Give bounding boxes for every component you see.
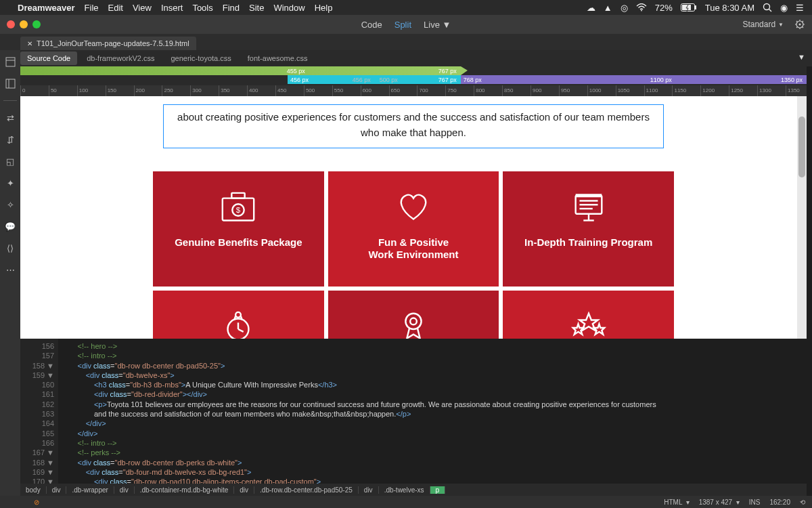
close-button[interactable] (7, 20, 15, 28)
breadcrumb-item[interactable]: .db-twelve-xs (379, 486, 430, 494)
cc-icon[interactable]: ◎ (621, 3, 628, 13)
line-number[interactable]: 157 (20, 351, 54, 360)
selected-paragraph[interactable]: about creating positive experiences for … (163, 104, 664, 148)
view-code[interactable]: Code (361, 20, 382, 30)
inspect-icon[interactable]: ◱ (4, 155, 16, 167)
tag-breadcrumb[interactable]: bodydiv.db-wrapperdiv.db-container-md.db… (20, 484, 807, 496)
perk-card[interactable] (503, 291, 674, 339)
breadcrumb-item[interactable]: div (47, 486, 67, 494)
breadcrumb-item[interactable]: div (114, 486, 135, 494)
comment-icon[interactable]: 💬 (4, 220, 16, 232)
breadcrumb-item[interactable]: .db-wrapper (66, 486, 114, 494)
line-number[interactable]: 161 (20, 389, 54, 399)
siri-icon[interactable]: ◉ (780, 3, 788, 13)
app-name[interactable]: Dreamweaver (18, 3, 75, 13)
breadcrumb-item[interactable]: .db-container-md.db-bg-white (135, 486, 235, 494)
code-line[interactable]: <div class="db-twelve-xs"> (61, 371, 807, 380)
menu-edit[interactable]: Edit (108, 3, 123, 13)
line-number[interactable]: 165 (20, 429, 54, 438)
document-tab[interactable]: ✕ T101_JoinOurTeam-page-updates-7.5.19.h… (20, 37, 196, 50)
breakpoint-cyan[interactable]: 456 px 767 px (288, 75, 461, 84)
code-line[interactable]: </div> (61, 429, 807, 438)
workspace-selector[interactable]: Standard ▼ (742, 20, 784, 29)
minimize-button[interactable] (20, 20, 28, 28)
source-tab[interactable]: font-awesome.css (241, 51, 315, 65)
status-sync-icon[interactable]: ⟲ (800, 499, 805, 506)
code-line[interactable]: <p>Toyota 101 believes our employees are… (61, 400, 807, 409)
menu-find[interactable]: Find (223, 3, 240, 13)
collapse-icon[interactable]: ⇄ (4, 112, 16, 124)
perk-card[interactable]: In-Depth Training Program (503, 171, 674, 287)
menu-tools[interactable]: Tools (192, 3, 212, 13)
error-icon[interactable]: ⊘ (34, 499, 39, 506)
filter-icon[interactable]: ▼ (798, 53, 805, 61)
code-line[interactable]: <div class="db-row db-center db-pad50-25… (61, 361, 807, 371)
perk-card[interactable]: Fun & PositiveWork Environment (328, 171, 499, 287)
code-line[interactable]: <div class="db-red-divider"></div> (61, 389, 807, 399)
view-split[interactable]: Split (394, 20, 411, 30)
breadcrumb-item[interactable]: div (359, 486, 379, 494)
menu-file[interactable]: File (85, 3, 99, 13)
breakpoint-purple[interactable]: 456 px 500 px 768 px 1100 px 1350 px (461, 75, 807, 84)
settings-icon[interactable] (794, 19, 805, 30)
app-status-icon[interactable]: ▲ (604, 3, 612, 13)
menu-site[interactable]: Site (249, 3, 264, 13)
line-number[interactable]: 166 (20, 438, 54, 448)
perk-card[interactable]: $ Genuine Benefits Package (153, 171, 324, 287)
source-tab[interactable]: db-frameworkV2.css (80, 51, 161, 65)
menu-window[interactable]: Window (273, 3, 304, 13)
code-view[interactable]: 156157158 ▼159 ▼160161162163164165166167… (20, 339, 807, 496)
line-number[interactable]: 168 ▼ (20, 458, 54, 467)
status-dims[interactable]: 1387 x 427 ▾ (699, 499, 740, 506)
code-line[interactable]: <div class="db-four-md db-twelve-xs db-b… (61, 467, 807, 477)
menu-insert[interactable]: Insert (161, 3, 183, 13)
code-line[interactable]: <!-- perks --> (61, 448, 807, 457)
line-number[interactable]: 158 ▼ (20, 361, 54, 371)
code-line[interactable]: <h3 class="db-h3 db-mbs">A Unique Cultur… (61, 380, 807, 389)
code-line[interactable]: <!-- intro --> (61, 438, 807, 448)
source-tab[interactable]: generic-toyota.css (164, 51, 238, 65)
breadcrumb-item[interactable]: p (430, 486, 446, 494)
expand-icon[interactable]: ⇵ (4, 133, 16, 146)
cloud-icon[interactable]: ☁ (587, 3, 595, 13)
file-panel-icon[interactable] (4, 56, 16, 68)
breadcrumb-item[interactable]: body (20, 486, 47, 494)
perk-card[interactable] (328, 291, 499, 339)
code-gutter[interactable]: 156157158 ▼159 ▼160161162163164165166167… (20, 339, 58, 496)
wifi-icon[interactable] (636, 3, 647, 12)
menu-help[interactable]: Help (315, 3, 333, 13)
media-query-bar[interactable]: 455 px 767 px 456 px 767 px 456 px 500 p… (20, 66, 807, 85)
source-tab[interactable]: Source Code (20, 51, 77, 65)
line-number[interactable]: 164 (20, 419, 54, 428)
status-ins[interactable]: INS (749, 499, 761, 506)
line-number[interactable]: 167 ▼ (20, 448, 54, 457)
code-line[interactable]: <!-- intro --> (61, 351, 807, 360)
code-lines[interactable]: <!-- hero --> <!-- intro --> <div class=… (61, 341, 807, 496)
maximize-button[interactable] (32, 20, 41, 28)
line-number[interactable]: 163 (20, 409, 54, 419)
live-scrollbar[interactable] (797, 96, 807, 339)
dom-icon[interactable]: ⟨⟩ (4, 242, 16, 254)
format-icon[interactable]: ✦ (4, 177, 16, 189)
code-line[interactable]: <div class="db-row db-center db-perks db… (61, 458, 807, 467)
clock[interactable]: Tue 8:30 AM (705, 3, 754, 13)
breadcrumb-item[interactable]: .db-row.db-center.db-pad50-25 (254, 486, 359, 494)
scrollbar-thumb[interactable] (798, 117, 805, 177)
breakpoint-green[interactable]: 455 px 767 px (20, 66, 461, 75)
view-live[interactable]: Live ▼ (424, 20, 451, 30)
code-line[interactable]: and the success and satisfaction of our … (61, 409, 807, 419)
code-line[interactable]: </div> (61, 419, 807, 428)
close-tab-icon[interactable]: ✕ (27, 40, 32, 47)
wand-icon[interactable]: ✧ (4, 198, 16, 211)
line-number[interactable]: 159 ▼ (20, 371, 54, 380)
manage-sites-icon[interactable] (4, 77, 16, 89)
control-center-icon[interactable]: ☰ (796, 3, 804, 13)
line-number[interactable]: 169 ▼ (20, 467, 54, 477)
code-line[interactable]: <!-- hero --> (61, 341, 807, 351)
breadcrumb-item[interactable]: div (234, 486, 254, 494)
menu-view[interactable]: View (133, 3, 152, 13)
line-number[interactable]: 160 (20, 380, 54, 389)
more-icon[interactable]: ⋯ (4, 263, 16, 276)
perk-card[interactable] (153, 291, 324, 339)
spotlight-icon[interactable] (763, 3, 772, 12)
